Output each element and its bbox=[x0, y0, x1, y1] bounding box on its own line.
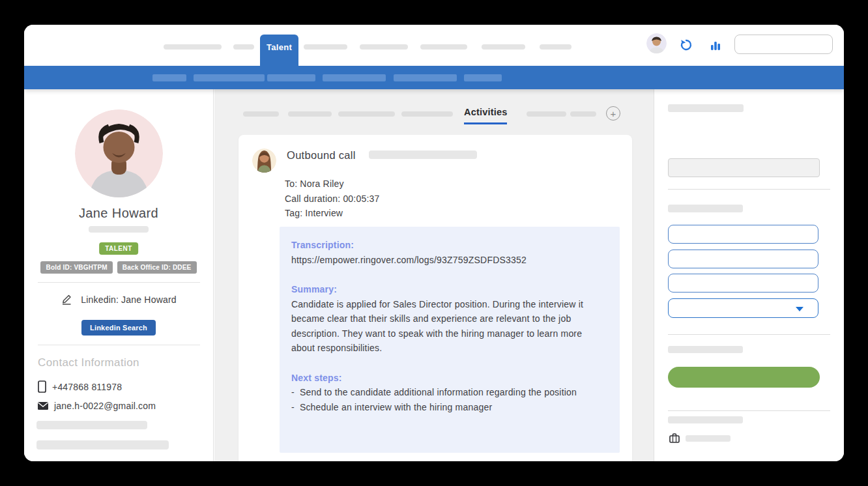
placeholder-bar bbox=[668, 346, 743, 353]
phone-number: +447868 811978 bbox=[52, 382, 122, 392]
bar-chart-icon[interactable] bbox=[709, 40, 722, 53]
linkedin-label: Linkedin: Jane Howard bbox=[81, 294, 177, 305]
spacer bbox=[291, 356, 608, 371]
readonly-field[interactable] bbox=[668, 158, 820, 177]
call-duration: Call duration: 00:05:37 bbox=[285, 192, 379, 207]
divider bbox=[668, 334, 830, 335]
subnav-placeholder[interactable] bbox=[194, 74, 265, 81]
pencil-icon bbox=[61, 293, 73, 306]
form-field-3[interactable] bbox=[668, 274, 818, 293]
back-office-id-badge: Back Office ID: DDEE bbox=[117, 261, 197, 274]
call-transcript-panel: Transcription: https://empower.ringover.… bbox=[280, 227, 620, 453]
tab-activities[interactable]: Activities bbox=[464, 107, 507, 124]
placeholder-bar bbox=[668, 416, 743, 423]
job-row bbox=[669, 433, 731, 443]
main-content: Activities + Outbound call To: Nora Rile… bbox=[214, 89, 654, 461]
contact-avatar-image bbox=[252, 149, 276, 173]
briefcase-icon bbox=[669, 433, 680, 443]
user-avatar[interactable] bbox=[646, 33, 667, 53]
divider bbox=[668, 189, 830, 190]
subnav-placeholder[interactable] bbox=[323, 74, 386, 81]
candidate-photo bbox=[75, 109, 163, 197]
form-field-1[interactable] bbox=[668, 225, 818, 244]
nav-placeholder[interactable] bbox=[164, 44, 222, 50]
nav-placeholder[interactable] bbox=[233, 44, 254, 50]
call-to: To: Nora Riley bbox=[285, 177, 379, 192]
phone-row: +447868 811978 bbox=[38, 380, 122, 393]
caret-down-icon bbox=[796, 307, 803, 311]
envelope-icon bbox=[38, 402, 48, 410]
transcription-link[interactable]: https://empower.ringover.com/logs/93Z759… bbox=[291, 253, 608, 268]
linkedin-search-button[interactable]: Linkedin Search bbox=[81, 320, 156, 336]
top-navbar: Talent bbox=[24, 25, 844, 66]
phone-icon bbox=[38, 380, 46, 393]
nav-placeholder[interactable] bbox=[360, 44, 408, 50]
nav-placeholder[interactable] bbox=[304, 44, 347, 50]
call-details: To: Nora Riley Call duration: 00:05:37 T… bbox=[285, 177, 379, 221]
talent-badge: TALENT bbox=[99, 242, 138, 255]
candidate-photo-image bbox=[75, 109, 163, 197]
tab-placeholder[interactable] bbox=[570, 111, 596, 117]
placeholder-bar bbox=[36, 421, 147, 429]
search-input[interactable] bbox=[734, 35, 833, 54]
bullet-dash: - bbox=[291, 402, 295, 412]
contact-avatar bbox=[252, 149, 276, 173]
transcription-label: Transcription: bbox=[291, 238, 608, 253]
refresh-icon[interactable] bbox=[680, 38, 693, 51]
bold-id-badge: Bold ID: VBGHTPM bbox=[40, 261, 112, 274]
tab-placeholder[interactable] bbox=[401, 111, 453, 117]
divider bbox=[38, 345, 200, 345]
next-steps-label: Next steps: bbox=[291, 371, 608, 386]
form-field-2[interactable] bbox=[668, 250, 818, 268]
subnav-placeholder[interactable] bbox=[267, 74, 315, 81]
subnav-placeholder[interactable] bbox=[464, 74, 502, 81]
next-step-item: -Send to the candidate additional inform… bbox=[291, 385, 608, 400]
nav-placeholder[interactable] bbox=[482, 44, 525, 50]
nav-placeholder[interactable] bbox=[420, 44, 467, 50]
summary-text: Candidate is applied for Sales Director … bbox=[291, 297, 608, 356]
placeholder-bar bbox=[369, 150, 477, 159]
candidate-name: Jane Howard bbox=[24, 206, 213, 221]
placeholder-bar bbox=[668, 205, 743, 212]
next-step-text: Send to the candidate additional informa… bbox=[300, 387, 577, 397]
next-step-text: Schedule an interview with the hiring ma… bbox=[300, 402, 492, 412]
contact-information-heading: Contact Information bbox=[38, 356, 139, 369]
placeholder-bar bbox=[36, 440, 169, 450]
next-step-item: -Schedule an interview with the hiring m… bbox=[291, 400, 608, 415]
subnav-placeholder[interactable] bbox=[394, 74, 457, 81]
call-tag: Tag: Interview bbox=[285, 206, 379, 221]
summary-label: Summary: bbox=[291, 282, 608, 297]
tab-placeholder[interactable] bbox=[338, 111, 395, 117]
primary-action-button[interactable] bbox=[668, 367, 820, 388]
sub-navbar bbox=[24, 66, 844, 89]
tab-placeholder[interactable] bbox=[243, 111, 279, 117]
tab-placeholder[interactable] bbox=[288, 111, 332, 117]
email-row: jane.h-0022@gmail.com bbox=[38, 401, 156, 411]
placeholder-bar bbox=[89, 226, 149, 233]
linkedin-row: Linkedin: Jane Howard bbox=[24, 293, 213, 306]
spacer bbox=[291, 267, 608, 282]
details-panel bbox=[655, 89, 844, 461]
dropdown-select[interactable] bbox=[668, 298, 818, 318]
divider bbox=[668, 410, 830, 411]
app-window: Talent bbox=[24, 25, 844, 461]
placeholder-bar bbox=[686, 435, 731, 442]
candidate-profile-panel: Jane Howard TALENT Bold ID: VBGHTPM Back… bbox=[24, 89, 214, 461]
nav-placeholder[interactable] bbox=[540, 44, 571, 50]
tab-placeholder[interactable] bbox=[527, 111, 566, 117]
add-activity-button[interactable]: + bbox=[606, 106, 620, 121]
id-badges: Bold ID: VBGHTPM Back Office ID: DDEE bbox=[24, 261, 213, 274]
divider bbox=[38, 282, 200, 283]
tab-talent[interactable]: Talent bbox=[260, 35, 298, 66]
bullet-dash: - bbox=[291, 387, 295, 397]
user-avatar-image bbox=[646, 33, 667, 53]
email-address: jane.h-0022@gmail.com bbox=[54, 401, 156, 411]
placeholder-bar bbox=[668, 104, 744, 112]
activity-card: Outbound call To: Nora Riley Call durati… bbox=[239, 135, 632, 461]
subnav-placeholder[interactable] bbox=[152, 74, 186, 81]
activity-title: Outbound call bbox=[287, 149, 356, 162]
